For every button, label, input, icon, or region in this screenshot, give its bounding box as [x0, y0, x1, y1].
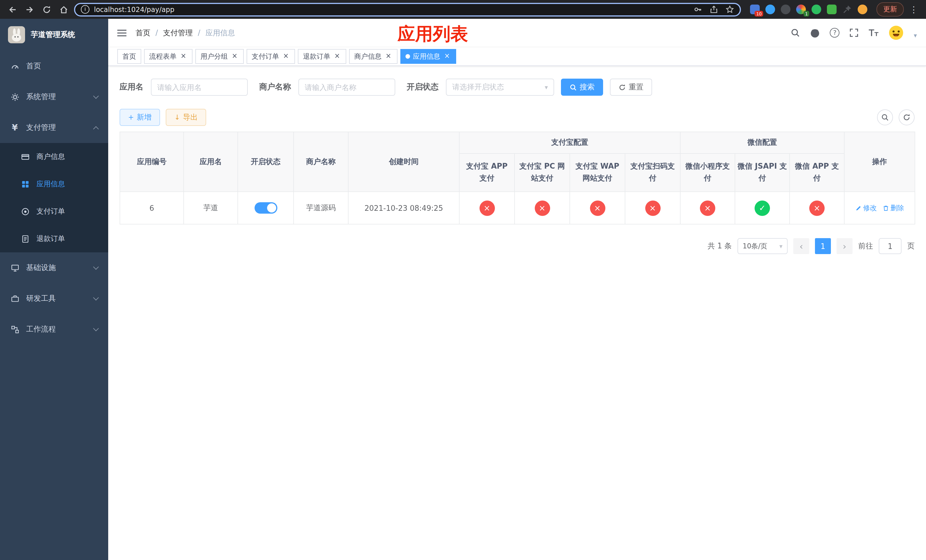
reset-button[interactable]: 重置 [610, 79, 652, 96]
info-glyph: i [84, 7, 86, 12]
tab-label: 支付订单 [252, 51, 279, 61]
extension-icon-2[interactable] [766, 5, 775, 14]
total-count: 共 1 条 [708, 241, 732, 251]
add-button-label: 新增 [137, 112, 151, 123]
help-icon[interactable]: ? [830, 28, 840, 38]
tab-merchant-info[interactable]: 商户信息 × [349, 49, 398, 64]
cell-alipay-pc: × [514, 192, 570, 224]
browser-chrome: i localhost:1024/pay/app 10 1 [0, 0, 926, 19]
sidebar-item-payment[interactable]: ¥ 支付管理 [0, 112, 108, 143]
tab-app-info[interactable]: 应用信息 × [400, 49, 456, 64]
goto-page-input[interactable] [879, 238, 902, 254]
document-icon [21, 234, 30, 243]
alipay-qr-status-icon: × [645, 200, 660, 216]
toggle-search-button[interactable] [877, 109, 893, 125]
tab-pay-order[interactable]: 支付订单 × [247, 49, 295, 64]
url-text[interactable]: localhost:1024/pay/app [94, 5, 174, 14]
extension-icon-3[interactable] [781, 5, 790, 14]
search-icon[interactable] [791, 28, 800, 38]
tab-process-form[interactable]: 流程表单 × [144, 49, 192, 64]
close-icon[interactable]: × [384, 52, 392, 61]
tab-user-group[interactable]: 用户分组 × [195, 49, 244, 64]
page-annotation: 应用列表 [398, 22, 468, 46]
prev-page-button[interactable]: ‹ [793, 238, 809, 254]
search-icon [569, 83, 577, 91]
chevron-down-icon [93, 295, 99, 300]
site-info-icon[interactable]: i [81, 5, 89, 14]
merchant-name-input[interactable] [298, 79, 395, 96]
delete-link[interactable]: 删除 [882, 203, 904, 213]
home-icon[interactable] [57, 3, 71, 16]
sidebar-item-merchant-info[interactable]: 商户信息 [0, 143, 108, 170]
sidebar-item-home[interactable]: 首页 [0, 51, 108, 82]
forward-icon[interactable] [23, 3, 36, 16]
status-select[interactable]: 请选择开启状态 ▾ [446, 79, 554, 96]
sidebar-toggle-icon[interactable] [117, 28, 127, 37]
tab-label: 首页 [123, 51, 136, 61]
github-icon[interactable] [810, 28, 820, 38]
password-key-icon[interactable] [694, 5, 702, 14]
toolbox-icon [10, 294, 20, 303]
sidebar-item-dev-tools[interactable]: 研发工具 [0, 283, 108, 314]
bookmark-star-icon[interactable] [726, 5, 734, 14]
user-avatar[interactable] [889, 25, 904, 41]
close-icon[interactable]: × [333, 52, 341, 61]
chrome-update-button[interactable]: 更新 [876, 2, 904, 17]
main-area: 首页 / 支付管理 / 应用信息 应用列表 ? [108, 19, 926, 560]
navbar-actions: ? ▾ [791, 25, 917, 41]
sidebar-item-pay-order[interactable]: 支付订单 [0, 198, 108, 225]
sidebar-item-infrastructure[interactable]: 基础设施 [0, 252, 108, 283]
tab-home[interactable]: 首页 [117, 49, 141, 64]
cell-alipay-app: × [459, 192, 514, 224]
tab-label: 应用信息 [413, 51, 440, 61]
back-icon[interactable] [6, 3, 20, 16]
breadcrumb-payment[interactable]: 支付管理 [163, 28, 193, 38]
search-button[interactable]: 搜索 [561, 79, 603, 96]
refresh-table-button[interactable] [899, 109, 915, 125]
close-icon[interactable]: × [443, 52, 451, 61]
close-icon[interactable]: × [179, 52, 188, 61]
tab-label: 商户信息 [354, 51, 381, 61]
share-icon[interactable] [710, 5, 718, 14]
page-size-select[interactable]: 10条/页 ▾ [737, 238, 788, 254]
next-page-button[interactable]: › [837, 238, 853, 254]
page-number-button[interactable]: 1 [815, 238, 831, 254]
download-icon: ↓ [174, 114, 180, 121]
sidebar: 芋道管理系统 首页 系统管理 ¥ 支付管理 [0, 19, 108, 560]
sidebar-item-refund-order[interactable]: 退款订单 [0, 225, 108, 252]
address-bar[interactable]: i localhost:1024/pay/app [74, 3, 741, 16]
sidebar-item-app-info[interactable]: 应用信息 [0, 170, 108, 198]
chevron-down-icon [93, 93, 99, 98]
edit-link[interactable]: 修改 [855, 203, 877, 213]
avatar-dropdown-caret-icon[interactable]: ▾ [914, 32, 917, 39]
reload-icon[interactable] [40, 3, 53, 16]
font-size-icon[interactable] [869, 28, 879, 38]
tab-refund-order[interactable]: 退款订单 × [298, 49, 346, 64]
extension-icon-6[interactable] [827, 5, 837, 14]
extension-icon-1[interactable]: 10 [750, 5, 760, 14]
fullscreen-icon[interactable] [849, 28, 859, 38]
chevron-up-icon [93, 126, 99, 132]
breadcrumb-home[interactable]: 首页 [136, 28, 150, 38]
alipay-pc-status-icon: × [534, 200, 550, 216]
profile-avatar-icon[interactable] [858, 5, 867, 14]
export-button-label: 导出 [183, 112, 198, 123]
dashboard-icon [10, 62, 20, 71]
pagination: 共 1 条 10条/页 ▾ ‹ 1 › 前往 页 [120, 238, 915, 254]
sidebar-item-label: 支付管理 [26, 123, 56, 133]
sidebar-item-system[interactable]: 系统管理 [0, 82, 108, 112]
alipay-wap-status-icon: × [590, 200, 605, 216]
extension-icon-4[interactable]: 1 [796, 5, 806, 14]
close-icon[interactable]: × [282, 52, 290, 61]
page-unit-label: 页 [907, 241, 915, 251]
app-name-input[interactable] [151, 79, 248, 96]
sidebar-item-workflow[interactable]: 工作流程 [0, 314, 108, 345]
export-button[interactable]: ↓ 导出 [166, 109, 206, 126]
pin-icon[interactable] [842, 5, 852, 14]
close-icon[interactable]: × [231, 52, 239, 61]
add-button[interactable]: + 新增 [120, 109, 160, 126]
status-toggle[interactable] [254, 202, 277, 213]
chrome-menu-icon[interactable]: ⋮ [907, 4, 920, 15]
grid-icon [21, 179, 30, 189]
extension-icon-wechat[interactable] [811, 5, 821, 14]
